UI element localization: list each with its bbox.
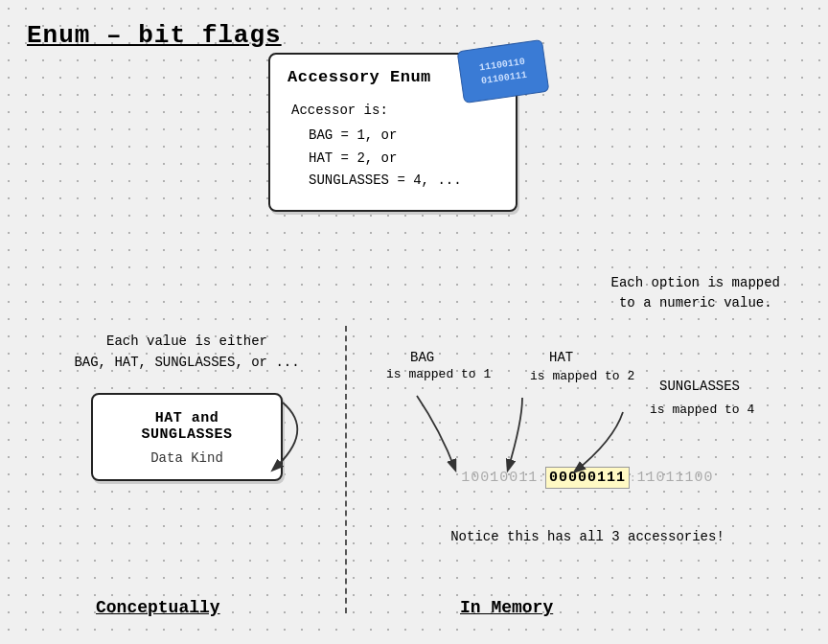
enum-box-content: Accessor is: BAG = 1, or HAT = 2, or SUN…: [288, 100, 498, 193]
enum-item-hat: HAT = 2, or: [291, 148, 498, 171]
bag-label: BAG: [410, 350, 434, 365]
enum-item-bag: BAG = 1, or: [291, 125, 498, 148]
conceptually-label: Conceptually: [96, 598, 220, 617]
left-note-line1: Each value is either: [106, 334, 267, 349]
numeric-note: Each option is mapped to a numeric value…: [611, 273, 780, 313]
hat-box-subtitle: Data Kind: [106, 450, 267, 466]
binary-card-text: 11100110 01100111: [474, 51, 532, 92]
bag-mapped: is mapped to 1: [386, 367, 491, 381]
left-section: Each value is either BAG, HAT, SUNGLASSE…: [29, 331, 345, 481]
divider-vertical: [345, 326, 347, 613]
binary-card: 11100110 01100111: [457, 39, 550, 104]
numeric-note-line2: to a numeric value.: [619, 295, 772, 310]
hat-mapped: is mapped to 2: [530, 369, 634, 383]
left-note: Each value is either BAG, HAT, SUNGLASSE…: [29, 331, 345, 374]
hat-box-title: HAT and SUNGLASSES: [106, 410, 267, 443]
hat-sunglasses-box: HAT and SUNGLASSES Data Kind: [91, 393, 283, 481]
left-note-line2: BAG, HAT, SUNGLASSES, or ...: [74, 355, 299, 370]
binary-middle: 00000111: [545, 467, 630, 489]
binary-left: 10010011: [461, 470, 538, 486]
right-section: BAG is mapped to 1 HAT is mapped to 2 SU…: [362, 340, 813, 618]
enum-item-sunglasses: SUNGLASSES = 4, ...: [291, 170, 498, 193]
sunglasses-label: SUNGLASSES: [659, 379, 740, 394]
enum-box: 11100110 01100111 Accessory Enum Accesso…: [268, 53, 518, 212]
page-title: Enum – bit flags: [27, 21, 282, 50]
page-container: Enum – bit flags 11100110 01100111 Acces…: [0, 0, 828, 644]
notice-text: Notice this has all 3 accessories!: [372, 527, 803, 547]
hat-label: HAT: [549, 350, 573, 365]
binary-right: 11011100: [637, 470, 714, 486]
accessor-label: Accessor is:: [291, 100, 498, 123]
numeric-note-line1: Each option is mapped: [611, 275, 780, 290]
in-memory-label: In Memory: [460, 598, 553, 617]
binary-display: 10010011:00000111:11011100: [372, 470, 803, 486]
sunglasses-mapped: is mapped to 4: [650, 402, 754, 417]
